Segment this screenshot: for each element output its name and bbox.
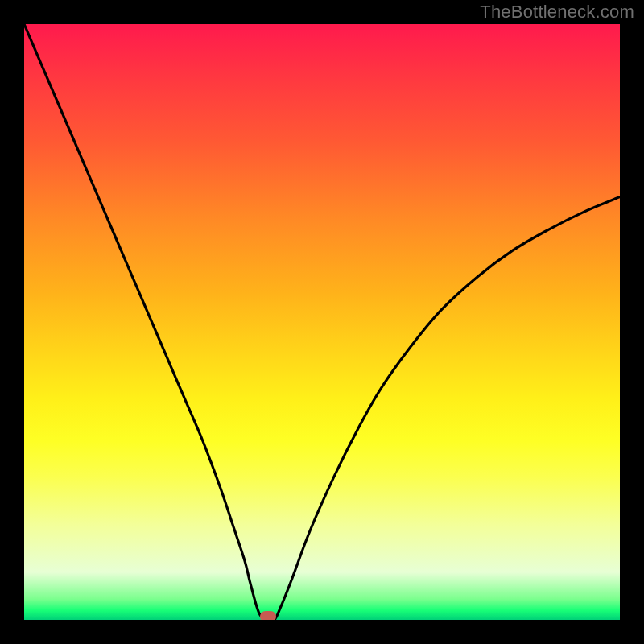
bottleneck-curve	[24, 24, 620, 620]
watermark-text: TheBottleneck.com	[480, 2, 634, 23]
chart-frame: TheBottleneck.com	[0, 0, 644, 644]
plot-area	[24, 24, 620, 620]
optimal-marker	[260, 611, 276, 620]
curve-svg	[24, 24, 620, 620]
